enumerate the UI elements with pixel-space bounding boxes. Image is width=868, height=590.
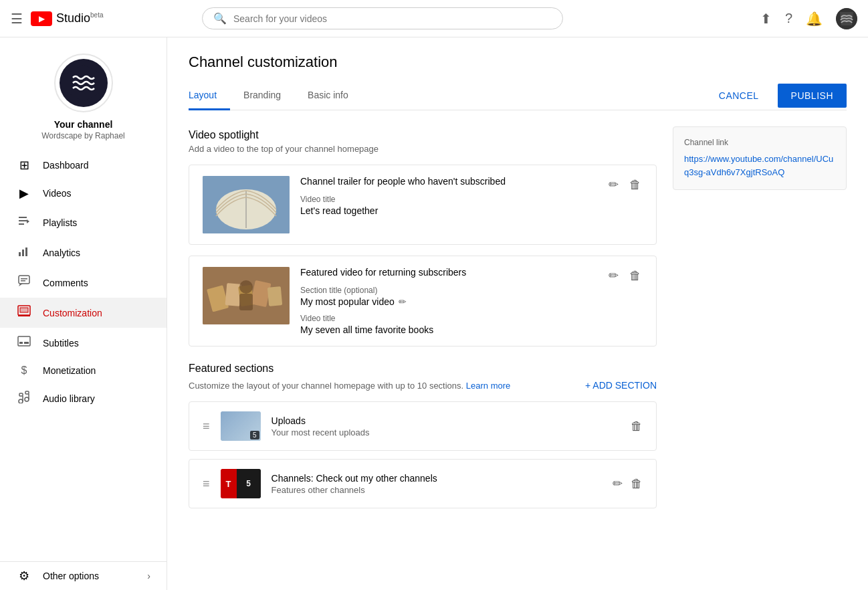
- bell-icon[interactable]: 🔔: [806, 11, 823, 27]
- svg-rect-14: [21, 280, 25, 282]
- tab-basic-info[interactable]: Basic info: [294, 82, 362, 110]
- learn-more-link[interactable]: Learn more: [466, 381, 510, 391]
- add-section-button[interactable]: + ADD SECTION: [585, 380, 657, 391]
- featured-video-title-value: My seven all time favorite books: [300, 324, 643, 335]
- trailer-card-actions: ✏ 🗑: [607, 176, 643, 193]
- channel-link-box: Channel link https://www.youtube.com/cha…: [673, 126, 847, 190]
- svg-rect-5: [19, 223, 24, 225]
- playlists-icon: [16, 214, 32, 231]
- trailer-card-title: Channel trailer for people who haven't s…: [300, 176, 506, 187]
- trailer-video-title-label: Video title: [300, 195, 643, 204]
- featured-section-title-value[interactable]: My most popular video ✏: [300, 296, 643, 307]
- channel-link-label: Channel link: [684, 138, 835, 147]
- featured-desc-row: Customize the layout of your channel hom…: [189, 380, 657, 391]
- svg-rect-22: [25, 391, 29, 394]
- featured-delete-button[interactable]: 🗑: [628, 267, 643, 284]
- topbar-left: ☰ Studiobeta: [11, 11, 104, 27]
- sidebar-nav: ⊞ Dashboard ▶ Videos Playlists: [0, 151, 167, 413]
- search-input[interactable]: [233, 13, 552, 24]
- analytics-icon: [16, 244, 32, 261]
- sidebar-item-label: Monetization: [43, 365, 96, 376]
- sidebar-item-label: Comments: [43, 278, 88, 288]
- help-icon[interactable]: ?: [785, 11, 792, 26]
- svg-marker-6: [27, 219, 29, 223]
- svg-rect-36: [267, 286, 282, 306]
- videos-icon: ▶: [16, 186, 32, 201]
- featured-video-title-label: Video title: [300, 314, 643, 323]
- svg-rect-21: [24, 342, 29, 344]
- main-column: Video spotlight Add a video to the top o…: [189, 126, 657, 516]
- channels-delete-button[interactable]: 🗑: [631, 476, 643, 491]
- sidebar-panel: Channel link https://www.youtube.com/cha…: [673, 126, 847, 516]
- svg-rect-10: [29, 245, 29, 256]
- sidebar-item-videos[interactable]: ▶ Videos: [0, 179, 167, 207]
- svg-rect-20: [19, 342, 23, 344]
- featured-edit-button[interactable]: ✏: [607, 267, 620, 284]
- monetization-icon: $: [16, 365, 32, 377]
- channel-info: Your channel Wordscape by Raphael: [0, 37, 167, 151]
- svg-rect-33: [225, 283, 242, 306]
- uploads-thumbnail: 5: [221, 411, 261, 441]
- channels-edit-button[interactable]: ✏: [613, 476, 623, 491]
- dashboard-icon: ⊞: [16, 158, 32, 173]
- svg-rect-9: [25, 248, 27, 256]
- trailer-card-info: Channel trailer for people who haven't s…: [300, 176, 643, 216]
- search-bar: 🔍: [202, 7, 563, 29]
- channel-subtitle: Wordscape by Raphael: [41, 131, 125, 140]
- sidebar-item-dashboard[interactable]: ⊞ Dashboard: [0, 151, 167, 179]
- featured-card-header: Featured video for returning subscribers…: [300, 267, 643, 286]
- publish-button[interactable]: PUBLISH: [778, 84, 847, 108]
- uploads-info: Uploads Your most recent uploads: [272, 415, 620, 437]
- svg-rect-19: [18, 336, 30, 346]
- topbar: ☰ Studiobeta 🔍 ⬆ ? 🔔: [0, 0, 868, 37]
- sidebar-item-subtitles[interactable]: Subtitles: [0, 328, 167, 358]
- section-title-edit-icon[interactable]: ✏: [399, 296, 407, 307]
- svg-rect-13: [21, 278, 27, 280]
- featured-card-title: Featured video for returning subscribers: [300, 267, 466, 278]
- upload-icon[interactable]: ⬆: [760, 11, 772, 27]
- sidebar-item-playlists[interactable]: Playlists: [0, 207, 167, 237]
- uploads-desc: Your most recent uploads: [272, 427, 620, 437]
- tab-layout[interactable]: Layout: [189, 82, 230, 110]
- trailer-delete-button[interactable]: 🗑: [628, 176, 643, 193]
- channel-avatar-wrapper: [54, 54, 113, 112]
- sidebar-item-label: Audio library: [43, 393, 95, 404]
- trailer-card-header: Channel trailer for people who haven't s…: [300, 176, 643, 195]
- sidebar-item-other-options[interactable]: ⚙ Other options ›: [0, 562, 167, 590]
- sidebar-item-analytics[interactable]: Analytics: [0, 237, 167, 268]
- trailer-thumbnail: [203, 176, 290, 233]
- featured-sections-desc: Customize the layout of your channel hom…: [189, 381, 510, 391]
- featured-card-actions: ✏ 🗑: [607, 267, 643, 284]
- uploads-delete-button[interactable]: 🗑: [631, 419, 643, 433]
- svg-point-27: [19, 399, 23, 403]
- cancel-button[interactable]: CANCEL: [708, 85, 770, 106]
- sidebar-item-label: Subtitles: [43, 338, 79, 349]
- channels-info: Channels: Check out my other channels Fe…: [272, 473, 602, 495]
- channel-avatar-inner: [60, 59, 108, 107]
- sidebar-item-label: Dashboard: [43, 160, 89, 171]
- channel-link-url[interactable]: https://www.youtube.com/channel/UCuq3sg-…: [684, 153, 835, 179]
- svg-point-37: [239, 280, 253, 294]
- trailer-edit-button[interactable]: ✏: [607, 176, 620, 193]
- sidebar-item-customization[interactable]: Customization: [0, 298, 167, 328]
- featured-card-info: Featured video for returning subscribers…: [300, 267, 643, 335]
- avatar[interactable]: [836, 8, 857, 29]
- sidebar-item-monetization[interactable]: $ Monetization: [0, 358, 167, 383]
- page-title: Channel customization: [189, 54, 847, 71]
- svg-rect-4: [19, 220, 27, 221]
- topbar-right: ⬆ ? 🔔: [760, 8, 857, 29]
- featured-card: Featured video for returning subscribers…: [189, 256, 657, 347]
- youtube-logo-icon: [31, 11, 52, 26]
- video-spotlight-title: Video spotlight: [189, 129, 657, 141]
- sidebar-item-comments[interactable]: Comments: [0, 268, 167, 298]
- sidebar-item-audio-library[interactable]: Audio library: [0, 383, 167, 413]
- svg-rect-11: [19, 276, 29, 284]
- tab-branding[interactable]: Branding: [230, 82, 294, 110]
- svg-point-26: [25, 397, 29, 401]
- featured-sections-header: Featured sections: [189, 363, 657, 377]
- svg-rect-3: [19, 217, 27, 218]
- menu-icon[interactable]: ☰: [11, 11, 23, 27]
- drag-handle-icon[interactable]: ≡: [203, 419, 210, 433]
- drag-handle-icon[interactable]: ≡: [203, 477, 210, 491]
- sidebar-bottom: ⚙ Other options ›: [0, 561, 167, 590]
